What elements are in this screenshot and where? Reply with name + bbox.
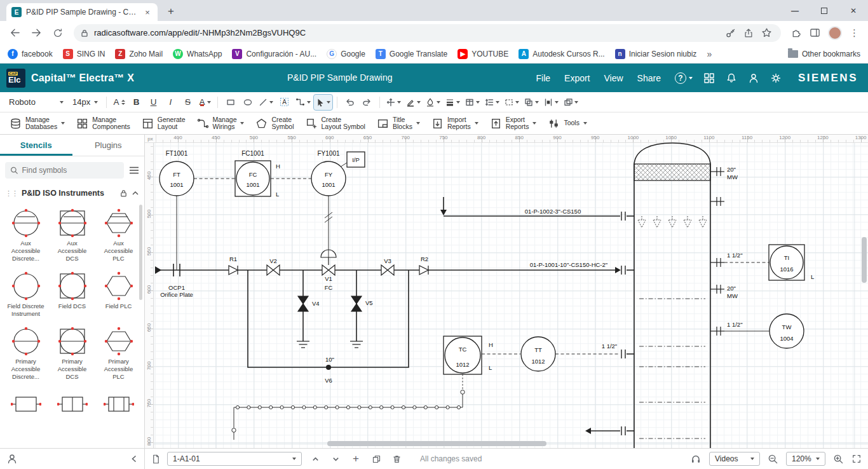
connector-tool-button[interactable]	[294, 95, 313, 110]
stencil-symbol[interactable]	[3, 389, 49, 421]
bookmark-star-icon[interactable]	[761, 27, 772, 38]
lock-icon[interactable]	[119, 189, 128, 198]
fit-screen-icon[interactable]	[851, 454, 862, 464]
bookmark-item[interactable]: AAutodesk Cursos R...	[519, 49, 604, 59]
user-icon[interactable]	[6, 453, 18, 465]
valve-symbols[interactable]	[229, 250, 428, 370]
ribbon-export-reports-button[interactable]: ExportReports	[484, 114, 543, 133]
search-input[interactable]	[22, 166, 119, 175]
menu-export[interactable]: Export	[564, 73, 590, 83]
distribute-button[interactable]	[542, 95, 560, 110]
sidebar-scrollbar[interactable]	[139, 205, 142, 300]
redo-button[interactable]	[359, 95, 375, 110]
line-weight-button[interactable]	[444, 95, 462, 110]
support-icon[interactable]	[690, 453, 702, 465]
stencil-symbol[interactable]: Field DiscreteInstrument	[3, 271, 49, 318]
text-box-tool-button[interactable]: A	[276, 95, 292, 110]
font-size-select[interactable]: 14px	[69, 95, 102, 110]
help-button[interactable]: ?	[675, 72, 693, 84]
text-resize-button[interactable]: A	[111, 95, 127, 110]
next-page-button[interactable]	[329, 452, 342, 466]
zoom-level-select[interactable]: 120%	[786, 452, 825, 466]
stencil-symbol[interactable]	[95, 389, 142, 421]
vertical-scrollbar[interactable]	[862, 237, 867, 283]
browser-tab[interactable]: E P&ID PIP Sample Drawing - Cap... ×	[6, 3, 158, 21]
drag-handle-icon[interactable]: ⋮⋮	[5, 190, 18, 196]
videos-select[interactable]: Videos	[709, 452, 760, 466]
profile-avatar[interactable]	[828, 26, 842, 40]
line-tool-button[interactable]	[257, 95, 275, 110]
bookmark-item[interactable]: TGoogle Translate	[376, 49, 447, 59]
stencil-symbol[interactable]: Field DCS	[49, 271, 95, 318]
duplicate-page-button[interactable]	[369, 452, 383, 466]
omnibox[interactable]: radicasoftware.com/app/edit/-NHMp3h2Nm2B…	[74, 24, 781, 42]
horizontal-scrollbar[interactable]	[327, 441, 546, 446]
bookmark-item[interactable]: nIniciar Sesion niubiz	[615, 49, 697, 59]
ellipse-tool-button[interactable]	[240, 95, 255, 110]
ribbon-generate-layout-button[interactable]: GenerateLayout	[136, 114, 191, 133]
ribbon-import-reports-button[interactable]: ImportReports	[426, 114, 484, 133]
rectangle-tool-button[interactable]	[222, 95, 238, 110]
symbol-search[interactable]	[5, 162, 124, 179]
chevron-up-icon[interactable]	[132, 189, 139, 197]
admin-settings-icon[interactable]	[770, 72, 782, 84]
bookmarks-overflow-icon[interactable]: »	[707, 49, 712, 59]
stencil-symbol[interactable]: AuxAccessibleDiscrete...	[3, 208, 49, 262]
line-spacing-button[interactable]	[483, 95, 501, 110]
tab-stencils[interactable]: Stencils	[0, 135, 72, 156]
menu-share[interactable]: Share	[637, 73, 661, 83]
select-tool-button[interactable]	[314, 95, 332, 110]
stencil-section-header[interactable]: ⋮⋮ P&ID ISO Instruments	[0, 184, 144, 203]
window-maximize-button[interactable]	[810, 0, 839, 21]
browser-menu-icon[interactable]: ⋮	[850, 27, 859, 39]
ribbon-create-symbol-button[interactable]: CreateSymbol	[250, 114, 299, 133]
url-text[interactable]: radicasoftware.com/app/edit/-NHMp3h2Nm2B…	[94, 28, 721, 37]
stencil-symbol[interactable]: AuxAccessibleDCS	[49, 208, 95, 262]
page-select[interactable]: 1-A1-01	[167, 452, 302, 466]
account-icon[interactable]	[748, 72, 759, 84]
other-bookmarks-button[interactable]: Other bookmarks	[788, 50, 860, 58]
ribbon-manage-databases-button[interactable]: ManageDatabases	[4, 114, 71, 133]
pipe-lines[interactable]	[155, 197, 634, 435]
tab-close-icon[interactable]: ×	[142, 8, 153, 17]
window-minimize-button[interactable]: —	[780, 0, 810, 21]
fill-color-button[interactable]	[424, 95, 442, 110]
diagram-canvas[interactable]: FT1001 FC1001 FY1001 FT1001 FC1001 FY100…	[145, 135, 868, 448]
stencil-symbol[interactable]: PrimaryAccessibleDCS	[49, 326, 95, 381]
menu-view[interactable]: View	[604, 73, 623, 83]
bookmark-item[interactable]: WWhatsApp	[173, 49, 222, 59]
forward-button[interactable]	[27, 24, 46, 43]
bookmark-item[interactable]: SSING IN	[63, 49, 105, 59]
zoom-in-icon[interactable]	[833, 454, 844, 465]
column-vessel[interactable]	[634, 143, 724, 448]
collapse-sidebar-icon[interactable]	[130, 454, 138, 463]
stencil-symbol[interactable]: PrimaryAccessiblePLC	[95, 326, 142, 381]
delete-page-button[interactable]	[390, 452, 403, 466]
font-color-button[interactable]: A	[197, 95, 213, 110]
ribbon-manage-wirings-button[interactable]: ManageWirings	[191, 114, 250, 133]
line-color-button[interactable]	[404, 95, 423, 110]
layout-grid-icon[interactable]	[703, 72, 715, 84]
back-button[interactable]	[5, 24, 24, 43]
reload-button[interactable]	[48, 24, 67, 43]
ribbon-manage-components-button[interactable]: ManageComponents	[71, 114, 136, 133]
bookmark-item[interactable]: ZZoho Mail	[115, 49, 163, 59]
tab-plugins[interactable]: Plugins	[72, 135, 145, 156]
side-panel-icon[interactable]	[810, 27, 820, 38]
share-icon[interactable]	[743, 28, 754, 38]
italic-button[interactable]: I	[163, 95, 179, 110]
table-button[interactable]	[463, 95, 482, 110]
stencil-symbol[interactable]: PrimaryAccessibleDiscrete...	[3, 326, 49, 381]
zoom-out-icon[interactable]	[768, 454, 778, 465]
position-button[interactable]	[384, 95, 403, 110]
bold-button[interactable]: B	[128, 95, 144, 110]
arrange-layers-button[interactable]	[562, 95, 580, 110]
ribbon-create-layout-symbol-button[interactable]: CreateLayout Symbol	[300, 114, 371, 133]
bookmark-item[interactable]: VConfiguración - AU...	[232, 49, 316, 59]
extensions-icon[interactable]	[791, 27, 802, 38]
dash-style-button[interactable]	[503, 95, 521, 110]
ribbon-tools-button[interactable]: Tools	[542, 114, 593, 133]
add-page-button[interactable]: +	[349, 452, 363, 466]
strikethrough-button[interactable]: S	[180, 95, 196, 110]
stencil-menu-icon[interactable]	[129, 166, 139, 175]
